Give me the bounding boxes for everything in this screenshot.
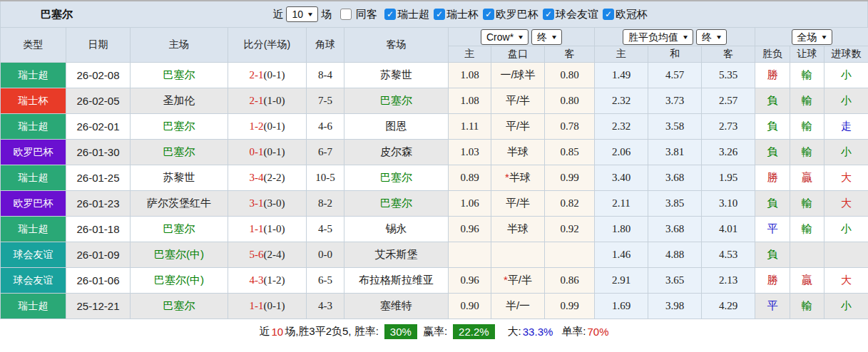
col-header-eu-draw: 和 [648,46,702,63]
same-away-checkbox[interactable] [340,9,352,20]
match-row: 欧罗巴杯 26-01-23 萨尔茨堡红牛 3-1(3-0) 8-2 巴塞尔 1.… [1,191,868,217]
league-checkbox-1[interactable]: ✓ [434,9,445,20]
europe-time-select[interactable]: 终 ▾ [696,29,727,45]
europe-away-odds: 4.53 [702,242,755,268]
europe-home-odds: 2.32 [595,114,648,140]
handicap-away-odds: 0.99 [545,294,595,319]
handicap-result: 輸 [790,191,824,217]
home-team: 巴塞尔(中) [131,268,228,294]
yield-label: 赢率: [423,325,447,338]
handicap-line [491,242,545,268]
league-checkbox-0[interactable]: ✓ [384,9,396,20]
recent-label: 近 [272,8,283,21]
handicap-away-odds: 0.92 [545,217,595,242]
europe-time-value: 终 [702,31,712,43]
col-header-result: 胜负 [755,46,790,63]
goals-result: 大 [824,165,868,191]
handicap-line: 半球 [491,140,545,165]
chevron-down-icon: ▾ [717,31,721,41]
europe-odds-select[interactable]: 胜平负均值 ▾ [623,29,693,45]
europe-draw-odds: 4.88 [648,242,702,268]
away-team: 布拉格斯拉维亚 [344,268,449,294]
win-rate-badge: 30% [384,324,417,339]
goals-result: 小 [824,140,868,165]
handicap-away-odds [545,242,595,268]
league-type-badge: 欧罗巴杯 [1,191,66,217]
half-score: (0-1) [264,120,285,132]
league-type-badge: 瑞士超 [1,217,66,242]
handicap-away-odds: 0.99 [545,165,595,191]
handicap-away-odds: 0.80 [545,88,595,114]
goals-result: 大 [824,268,868,294]
handicap-line-text: 一/球半 [500,68,535,81]
half-score: (1-0) [264,95,285,106]
match-row: 欧罗巴杯 26-01-30 巴塞尔 0-1(0-1) 6-7 皮尔森 1.03 … [1,140,868,165]
chevron-down-icon: ▾ [552,31,556,41]
handicap-line: 平/半 [491,114,545,140]
league-type-badge: 球会友谊 [1,268,66,294]
odds-time-select[interactable]: 终 ▾ [531,29,562,45]
away-team: 皮尔森 [344,140,449,165]
handicap-line-text: 半球 [507,222,529,234]
half-score: (0-1) [264,146,285,157]
summary-prefix: 近 [259,325,270,338]
single-label: 单率: [561,325,586,338]
full-score: 2-1 [250,69,264,81]
match-result: 負 [755,242,790,268]
full-score: 3-4 [250,172,264,183]
score-cell: 3-1(3-0) [228,191,307,217]
match-date: 26-01-06 [66,268,131,294]
handicap-line-text: 平/半 [506,120,530,132]
col-header-eu-away: 客 [702,46,755,63]
handicap-away-odds: 0.86 [545,268,595,294]
corner-count: 4-3 [307,294,344,319]
match-date: 26-01-09 [66,242,131,268]
europe-home-odds: 1.49 [595,63,648,88]
col-header-ah-away: 客 [545,46,595,63]
goals-result [824,242,868,268]
handicap-home-odds: 0.96 [449,217,491,242]
scope-select[interactable]: 全场 ▾ [792,29,832,45]
league-checkbox-2[interactable]: ✓ [483,9,494,20]
handicap-home-odds: 1.08 [449,88,491,114]
handicap-away-odds: 0.80 [545,63,595,88]
europe-away-odds: 2.13 [702,268,755,294]
europe-draw-odds: 3.68 [648,217,702,242]
league-filter-item: ✓ 瑞士杯 [432,8,479,21]
odds-company-select[interactable]: Crow* ▾ [481,29,529,45]
home-team: 圣加伦 [131,88,228,114]
corner-count: 7-5 [307,88,344,114]
odds-time-value: 终 [537,31,547,43]
full-score: 3-1 [250,197,264,209]
league-label-1: 瑞士杯 [446,8,479,21]
same-away-label: 同客 [356,8,377,21]
match-date: 26-01-30 [66,140,131,165]
europe-home-odds: 2.11 [595,191,648,217]
league-checkbox-4[interactable]: ✓ [603,9,614,20]
handicap-line-text: 平/半 [506,197,530,209]
chevron-down-icon: ▾ [519,31,523,41]
league-checkbox-3[interactable]: ✓ [543,9,554,20]
corner-count: 4-5 [307,217,344,242]
europe-draw-odds: 3.73 [648,88,702,114]
league-type-badge: 瑞士超 [1,63,66,88]
league-type-badge: 瑞士超 [1,114,66,140]
recent-count-select[interactable]: 10 ▾ [286,6,318,22]
europe-home-odds: 2.91 [595,268,648,294]
europe-select-cell: 胜平负均值 ▾ 终 ▾ [595,28,755,46]
match-row: 球会友谊 26-01-06 巴塞尔(中) 4-3(1-2) 6-5 布拉格斯拉维… [1,268,868,294]
match-result: 勝 [755,63,790,88]
top-filter-bar: 巴塞尔 近 10 ▾ 场 同客 ✓ 瑞士超 ✓ 瑞士杯 ✓ 欧罗巴杯 [0,1,868,27]
score-cell: 4-3(1-2) [228,268,307,294]
match-date: 26-01-18 [66,217,131,242]
handicap-home-odds: 1.06 [449,191,491,217]
home-team: 巴塞尔 [131,217,228,242]
league-label-4: 欧冠杯 [616,8,648,21]
handicap-line-text: 半/一 [506,299,530,311]
europe-home-odds: 1.46 [595,242,648,268]
home-team: 巴塞尔(中) [131,242,228,268]
score-cell: 2-1(1-0) [228,88,307,114]
league-label-3: 球会友谊 [556,8,598,21]
match-result: 平 [755,217,790,242]
match-stats-panel: 巴塞尔 近 10 ▾ 场 同客 ✓ 瑞士超 ✓ 瑞士杯 ✓ 欧罗巴杯 [0,0,868,352]
